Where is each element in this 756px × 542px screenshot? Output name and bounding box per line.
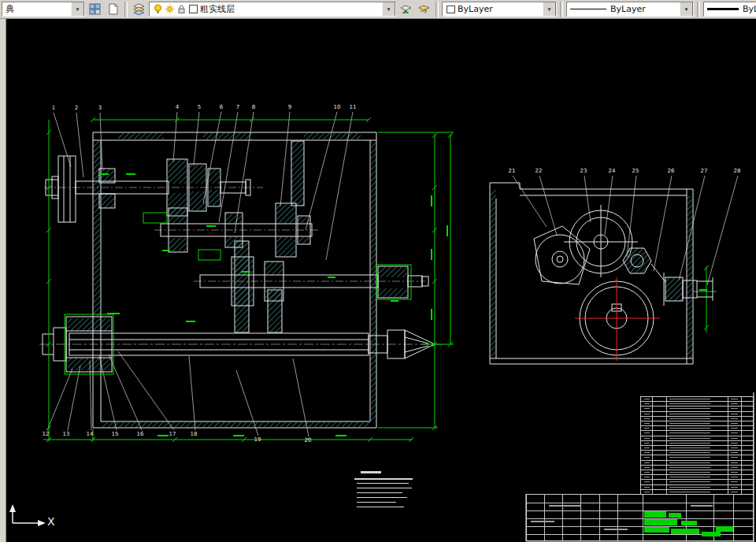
- technical-notes-block: [354, 471, 417, 514]
- lineweight-preview: [707, 8, 739, 10]
- layer-back-icon: [417, 3, 431, 15]
- chevron-down-icon[interactable]: ▾: [382, 2, 395, 17]
- current-layer-name: 粗实线层: [200, 3, 380, 15]
- part-callout-6: 6: [220, 105, 223, 110]
- color-swatch: [446, 4, 456, 14]
- part-callout-1: 1: [52, 106, 55, 111]
- title-block: [526, 494, 754, 541]
- part-callout-8: 8: [252, 105, 255, 110]
- part-callout-4: 4: [176, 105, 179, 110]
- part-callout-27: 27: [701, 169, 708, 174]
- lineweight-value: ByLayer: [743, 4, 756, 14]
- layer-properties-button[interactable]: [131, 1, 147, 17]
- layers-icon: [132, 3, 146, 15]
- toolbar-separator: [124, 2, 128, 17]
- part-callout-5: 5: [198, 105, 201, 110]
- layer-dropdown[interactable]: 粗实线层 ▾: [149, 2, 396, 17]
- workspace-value: 典: [6, 3, 69, 15]
- part-callout-28: 28: [734, 169, 741, 174]
- make-layer-current-button[interactable]: [398, 1, 414, 17]
- part-callout-21: 21: [509, 169, 516, 174]
- part-callout-3: 3: [98, 106, 102, 111]
- chevron-down-icon[interactable]: ▾: [543, 2, 556, 17]
- part-callout-25: 25: [632, 169, 639, 174]
- workspace-settings-button[interactable]: [87, 1, 103, 17]
- layer-freeze-sun-icon[interactable]: [165, 4, 175, 14]
- part-callout-12: 12: [43, 432, 50, 437]
- part-callout-17: 17: [169, 432, 176, 437]
- toolbar-separator: [560, 2, 563, 17]
- workspace-dropdown[interactable]: 典 ▾: [2, 2, 85, 17]
- part-callout-2: 2: [75, 106, 78, 111]
- part-callout-13: 13: [63, 432, 70, 437]
- main-section-view: [39, 132, 441, 428]
- layer-on-bulb-icon[interactable]: [153, 4, 163, 14]
- color-value: ByLayer: [458, 4, 541, 14]
- side-view: [490, 183, 713, 364]
- part-callout-20: 20: [305, 438, 312, 444]
- document-icon: [107, 3, 119, 15]
- part-callout-24: 24: [609, 169, 616, 174]
- dimension-lines: [43, 117, 717, 442]
- layer-color-swatch[interactable]: [188, 4, 198, 14]
- lineweight-dropdown[interactable]: ByLayer ▾: [703, 2, 756, 17]
- layer-previous-button[interactable]: [416, 1, 432, 17]
- toolbar-separator: [697, 2, 700, 17]
- part-callout-26: 26: [668, 169, 675, 174]
- part-callout-22: 22: [536, 169, 543, 174]
- sheet-button[interactable]: [105, 1, 121, 17]
- left-toolbar-strip: [0, 19, 6, 542]
- part-callout-14: 14: [87, 432, 94, 437]
- color-dropdown[interactable]: ByLayer ▾: [442, 2, 557, 17]
- grid-icon: [89, 3, 101, 15]
- ucs-x-label: X: [47, 515, 55, 528]
- part-callout-23: 23: [580, 169, 587, 174]
- ucs-icon: [9, 504, 46, 526]
- layer-lock-icon[interactable]: [176, 4, 187, 14]
- parts-list-table: [640, 396, 754, 494]
- linetype-value: ByLayer: [610, 4, 678, 14]
- toolbar-separator: [435, 2, 439, 17]
- part-callout-11: 11: [350, 105, 357, 110]
- part-callout-19: 19: [254, 437, 261, 443]
- linetype-preview: [570, 9, 606, 9]
- top-toolbar: 典 ▾: [0, 0, 756, 19]
- part-callout-18: 18: [191, 432, 198, 437]
- chevron-down-icon[interactable]: ▾: [680, 2, 693, 17]
- part-callout-16: 16: [137, 432, 144, 437]
- linetype-dropdown[interactable]: ByLayer ▾: [566, 2, 694, 17]
- autocad-window: 典 ▾: [0, 0, 756, 542]
- part-callout-7: 7: [236, 105, 239, 110]
- side-view-centerlines: [575, 277, 660, 361]
- chevron-down-icon[interactable]: ▾: [71, 2, 84, 17]
- part-callout-9: 9: [288, 105, 291, 110]
- part-callout-15: 15: [112, 432, 119, 437]
- layer-arrow-icon: [399, 3, 413, 15]
- part-callout-10: 10: [334, 105, 341, 110]
